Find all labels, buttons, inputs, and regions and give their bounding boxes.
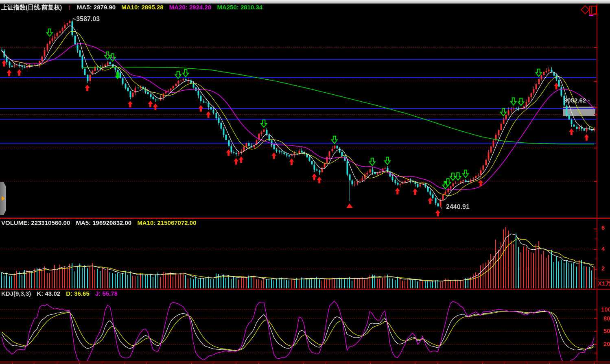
volume-panel-header: VOLUME: 223310560.00 MA5: 196920832.00 M…: [1, 220, 200, 226]
ma10-label: MA10: 2895.28: [121, 4, 163, 11]
symbol-title: 上证指数(日线.前复权): [1, 4, 62, 11]
main-chart-header: 上证指数(日线.前复权) ↑ MA5: 2879.90 MA10: 2895.2…: [1, 4, 267, 11]
kdj-axis-tick-80: 80: [603, 315, 610, 321]
kdj-axis-tick-100: 100: [601, 306, 610, 312]
kdj-axis-tick-20: 20: [603, 341, 610, 347]
kdj-j-label: J: 55.78: [95, 290, 118, 297]
kdj-axis-tick-50: 50: [603, 328, 610, 334]
volume-ma5-label: MA5: 196920832.00: [76, 219, 131, 226]
sidebar-expand-tab[interactable]: [0, 182, 6, 215]
volume-value-label: VOLUME: 223310560.00: [1, 219, 70, 226]
ma20-label: MA20: 2924.20: [169, 4, 211, 11]
window-titlebar[interactable]: [0, 0, 610, 4]
low-price-annotation: ←2440.91: [439, 204, 470, 210]
kdj-name-label: KDJ(9,3,3): [1, 290, 31, 297]
ma250-label: MA250: 2810.34: [217, 4, 262, 11]
volume-axis-tick-2: 2: [601, 265, 605, 271]
expand-arrow-icon: [2, 196, 5, 201]
split-window-icon[interactable]: [589, 6, 597, 15]
marked-price-annotation: 3052.62 -: [564, 97, 590, 103]
trading-app-window: 上证指数(日线.前复权) ↑ MA5: 2879.90 MA10: 2895.2…: [0, 0, 610, 364]
ma5-label: MA5: 2879.90: [77, 4, 116, 11]
kdj-k-label: K: 43.02: [37, 290, 61, 297]
high-price-annotation: ~3587.03: [72, 16, 100, 22]
volume-ma10-label: MA10: 215067072.00: [137, 219, 196, 226]
split-window-icon-divider: [591, 7, 592, 14]
volume-axis-tick-4: 4: [601, 246, 605, 252]
volume-unit-label: X1万: [598, 280, 610, 286]
volume-axis-tick-6: 6: [601, 225, 605, 231]
chart-canvas[interactable]: [0, 0, 610, 364]
magenta-marker-icon: [589, 15, 593, 16]
kdj-panel-header: KDJ(9,3,3) K: 43.02 D: 36.65 J: 55.78: [1, 290, 122, 296]
up-arrow-icon: ↑: [68, 3, 71, 11]
kdj-d-label: D: 36.65: [66, 290, 90, 297]
